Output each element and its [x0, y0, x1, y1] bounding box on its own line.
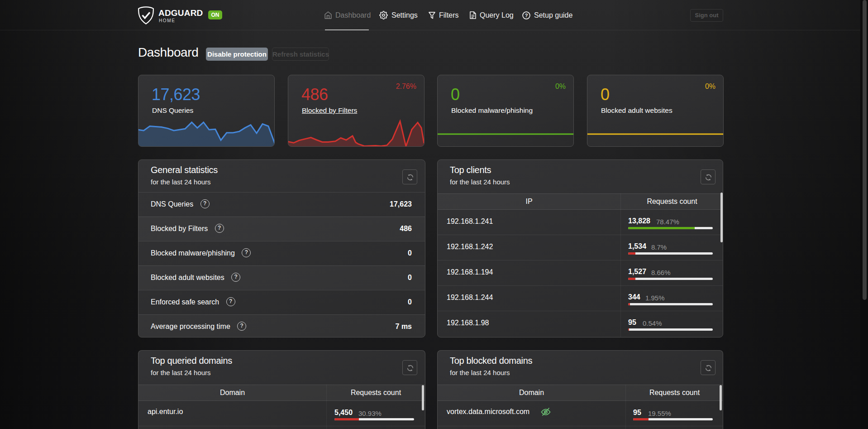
svg-text:?: ? [525, 13, 528, 18]
